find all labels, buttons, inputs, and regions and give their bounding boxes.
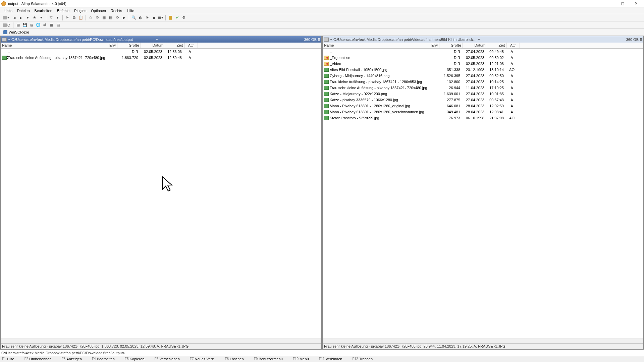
fn-f8[interactable]: F8Löschen xyxy=(225,357,244,361)
file-row[interactable]: Katze - Midjourney - 922x1200.png1.639.0… xyxy=(323,91,643,97)
left-hscroll[interactable] xyxy=(1,339,321,343)
fn-f9[interactable]: F9Benutzermenü xyxy=(254,357,283,361)
fn-f3[interactable]: F3Anzeigen xyxy=(61,357,82,361)
left-filelist[interactable]: ..DIR02.05.202312:56:06AFrau sehr kleine… xyxy=(1,49,321,339)
network-button[interactable]: 🌐 xyxy=(35,22,41,28)
history-button[interactable]: ⟳ xyxy=(94,15,100,21)
file-row[interactable]: Frau sehr kleine Auflösung - pixabay 186… xyxy=(1,55,321,61)
fn-label: Trennen xyxy=(359,357,373,361)
file-row[interactable]: Katze - pixabay 3336579 - 1066x1280.jpg2… xyxy=(323,97,643,103)
close-button[interactable]: ✕ xyxy=(629,0,643,7)
menu-plugins[interactable]: Plugins xyxy=(72,8,89,13)
cut-button[interactable]: ✂ xyxy=(64,15,70,21)
menu-hilfe[interactable]: Hilfe xyxy=(124,8,137,13)
col-name[interactable]: Name xyxy=(323,43,430,48)
command-line[interactable]: C:\Users\stefa\4eck Media Dropbox\stefan… xyxy=(0,350,644,356)
tool-button[interactable]: ■ xyxy=(151,15,157,21)
nav-up-dropdown[interactable]: ▾ xyxy=(25,15,31,21)
fn-f1[interactable]: F1Hilfe xyxy=(2,357,14,361)
find-button[interactable]: 🔍 xyxy=(131,15,137,21)
fn-key: F9 xyxy=(254,357,258,361)
copy-button[interactable]: ⧉ xyxy=(71,15,77,21)
col-size[interactable]: Größe xyxy=(117,43,141,48)
view-mode-button[interactable]: ☰▾ xyxy=(158,15,164,21)
favorites-dropdown[interactable]: ▾ xyxy=(38,15,44,21)
favorite-button[interactable]: ☆ xyxy=(88,15,94,21)
right-filelist[interactable]: ..DIR27.04.202309:49:45A_ErgebnisseDIR02… xyxy=(323,49,643,339)
col-size[interactable]: Größe xyxy=(439,43,463,48)
settings-button[interactable]: ⚙ xyxy=(181,15,187,21)
file-row[interactable]: _VideoDIR02.05.202312:21:03A xyxy=(323,61,643,67)
drive-selector[interactable] xyxy=(1,15,11,21)
drive-button[interactable]: 💾 xyxy=(22,22,28,28)
drive-button[interactable]: ▦ xyxy=(15,22,21,28)
col-date[interactable]: Datum xyxy=(463,43,487,48)
file-row[interactable]: _ErgebnisseDIR02.05.202309:59:02A xyxy=(323,55,643,61)
file-row[interactable]: Stefan Passfoto - 525x699.jpg76.97306.10… xyxy=(323,115,643,121)
col-time[interactable]: Zeit xyxy=(165,43,184,48)
file-row[interactable]: Frau sehr kleine Auflösung - pixabay 186… xyxy=(323,85,643,91)
ftp-button[interactable]: ⇄ xyxy=(42,22,48,28)
col-time[interactable]: Zeit xyxy=(487,43,506,48)
shortcut-winscp[interactable]: WinSCP.exe xyxy=(1,30,31,34)
minimize-button[interactable]: ─ xyxy=(602,0,616,7)
check-button[interactable]: ✔ xyxy=(174,15,180,21)
col-date[interactable]: Datum xyxy=(141,43,165,48)
menu-dateien[interactable]: Dateien xyxy=(15,8,32,13)
col-attr[interactable]: Attr xyxy=(184,43,198,48)
menu-optionen[interactable]: Optionen xyxy=(89,8,108,13)
tool-button[interactable]: ▦ xyxy=(49,22,55,28)
network-button[interactable]: 🖥 xyxy=(29,22,35,28)
path-dropdown-icon[interactable] xyxy=(478,39,480,40)
file-attr: A xyxy=(505,62,519,66)
fn-f5[interactable]: F5Kopieren xyxy=(125,357,145,361)
drive-dropdown-icon[interactable] xyxy=(330,39,332,40)
fn-f12[interactable]: F12Trennen xyxy=(352,357,373,361)
drive-c-button[interactable]: C xyxy=(1,22,11,28)
folder-button[interactable]: ▇ xyxy=(167,15,173,21)
fn-f11[interactable]: F11Verbinden xyxy=(319,357,342,361)
fn-f7[interactable]: F7Neues Verz. xyxy=(190,357,215,361)
menu-rechts[interactable]: Rechts xyxy=(108,8,124,13)
tool-button[interactable]: ☀ xyxy=(144,15,150,21)
drive-dropdown-icon[interactable] xyxy=(8,39,10,40)
file-date: 27.04.2023 xyxy=(462,92,486,96)
col-ext[interactable]: Erw xyxy=(108,43,117,48)
fn-f10[interactable]: F10Menü xyxy=(293,357,309,361)
left-pathbar[interactable]: C:\Users\stefa\4eck Media Dropbox\stefan… xyxy=(1,36,321,43)
path-dropdown-icon[interactable] xyxy=(156,39,158,40)
file-size: 1.639.001 xyxy=(438,92,462,96)
favorites-button[interactable]: ★ xyxy=(32,15,38,21)
maximize-button[interactable]: ▢ xyxy=(616,0,629,7)
file-row[interactable]: ..DIR27.04.202309:49:45A xyxy=(323,49,643,55)
fn-f6[interactable]: F6Verschieben xyxy=(155,357,180,361)
file-row[interactable]: Mann - Pixabay 613601 - 1280x1280_versch… xyxy=(323,109,643,115)
menu-bearbeiten[interactable]: Bearbeiten xyxy=(32,8,55,13)
title-bar: output - Altap Salamander 4.0 (x64) ─ ▢ … xyxy=(0,0,644,7)
tool-button[interactable]: ▤ xyxy=(108,15,114,21)
refresh-button[interactable]: ⟳ xyxy=(114,15,120,21)
menu-befehle[interactable]: Befehle xyxy=(55,8,72,13)
tool-button[interactable]: ▦ xyxy=(101,15,107,21)
col-attr[interactable]: Attr xyxy=(506,43,520,48)
fn-f2[interactable]: F2Umbenennen xyxy=(24,357,52,361)
filter-button[interactable]: ▽ xyxy=(48,15,54,21)
right-pathbar[interactable]: C:\Users\stefa\4eck Media Dropbox\stefan… xyxy=(323,36,643,43)
paste-button[interactable]: 📋 xyxy=(78,15,84,21)
file-row[interactable]: Cyborg - Midjourney - 1440x816.png1.526.… xyxy=(323,73,643,79)
right-hscroll[interactable] xyxy=(323,339,643,343)
file-row[interactable]: Mann - Pixabay 613601 - 1280x1280_origin… xyxy=(323,103,643,109)
file-row[interactable]: ..DIR02.05.202312:56:06A xyxy=(1,49,321,55)
file-row[interactable]: Altes Bild Fussball - 1050x1500.jpg351.3… xyxy=(323,67,643,73)
fn-f4[interactable]: F4Bearbeiten xyxy=(92,357,115,361)
nav-forward-button[interactable]: ► xyxy=(18,15,24,21)
terminal-button[interactable]: ▶ xyxy=(121,15,127,21)
tool-button[interactable]: ◐ xyxy=(138,15,144,21)
col-name[interactable]: Name xyxy=(1,43,108,48)
file-row[interactable]: Frau kleine Auflösung - pixabay 1867421 … xyxy=(323,79,643,85)
col-ext[interactable]: Erw xyxy=(430,43,439,48)
tool-button[interactable]: ▤ xyxy=(55,22,61,28)
menu-links[interactable]: Links xyxy=(1,8,15,13)
nav-back-button[interactable]: ◄ xyxy=(11,15,17,21)
filter-dropdown[interactable]: ▾ xyxy=(55,15,61,21)
